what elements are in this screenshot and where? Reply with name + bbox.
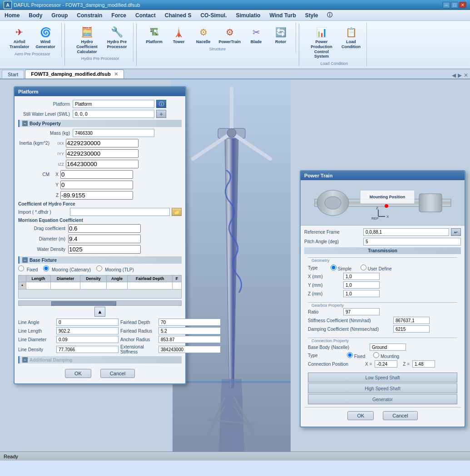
powertrain-button[interactable]: ⚙ PowerTrain — [217, 24, 243, 46]
fixed-radio-label[interactable]: Fixed — [18, 265, 38, 272]
menu-simulation[interactable]: Simulatio — [231, 11, 265, 20]
mooring-catenary-label[interactable]: Mooring (Catenary) — [43, 265, 91, 272]
mooring-scrollbar[interactable] — [18, 300, 182, 306]
fairlead-depth-input[interactable] — [158, 319, 221, 326]
base-fixture-collapse[interactable]: − — [22, 257, 28, 263]
conn-mounting-radio[interactable] — [373, 352, 379, 358]
tab-nav-left[interactable]: ◀ — [452, 72, 456, 79]
mooring-tlp-label[interactable]: Mooring (TLP) — [96, 265, 134, 272]
user-define-radio-label[interactable]: User Define — [361, 265, 392, 271]
cm-z-input[interactable] — [60, 191, 133, 200]
base-body-input[interactable] — [370, 344, 406, 351]
ixx-input[interactable] — [66, 139, 139, 147]
conn-fixed-radio[interactable] — [347, 352, 353, 358]
izz-input[interactable] — [66, 160, 139, 168]
platform-name-input[interactable] — [73, 100, 154, 108]
drag-coeff-input[interactable] — [68, 224, 141, 233]
menu-info[interactable]: ⓘ — [322, 10, 337, 20]
menu-cosimul[interactable]: CO-Simul. — [196, 11, 231, 20]
fixed-radio[interactable] — [18, 265, 24, 271]
low-speed-shaft-button[interactable]: Low Speed Shaft — [308, 373, 457, 383]
menu-body[interactable]: Body — [24, 11, 47, 20]
menu-contact[interactable]: Contact — [131, 11, 160, 20]
platform-info-button[interactable]: ⓘ — [156, 100, 166, 108]
tab-close-all[interactable]: ✕ — [464, 72, 468, 79]
menu-group[interactable]: Group — [47, 11, 72, 20]
water-density-input[interactable] — [68, 245, 141, 254]
additional-damping-collapse[interactable]: − — [22, 357, 28, 363]
platform-cancel-button[interactable]: Cancel — [100, 369, 135, 378]
geo-y-input[interactable] — [343, 281, 380, 289]
line-length-input[interactable] — [56, 327, 119, 334]
line-diameter-input[interactable] — [56, 336, 119, 343]
generator-button[interactable]: Generator — [308, 394, 457, 404]
tab-dfsub[interactable]: FOWT3_damping_modified.dfsub ✕ — [25, 69, 124, 79]
angle-cell[interactable] — [106, 282, 128, 290]
simple-radio-label[interactable]: Simple — [331, 265, 351, 271]
cm-y-input[interactable] — [60, 181, 133, 189]
reference-frame-icon-button[interactable]: ↩ — [451, 228, 461, 236]
geo-z-input[interactable] — [343, 290, 380, 297]
powertrain-cancel-button[interactable]: Cancel — [383, 411, 417, 420]
load-condition-button[interactable]: 📋 LoadCondition — [339, 24, 363, 51]
import-browse-button[interactable]: 📁 — [172, 208, 182, 216]
hydro-pre-button[interactable]: 🔧 Hydro PreProcessor — [105, 24, 129, 51]
menu-force[interactable]: Force — [107, 11, 131, 20]
menu-chained[interactable]: Chained S — [160, 11, 196, 20]
line-density-input[interactable] — [56, 346, 119, 353]
upload-button[interactable]: ▲ — [94, 307, 105, 317]
rotor-button[interactable]: 🔄 Rotor — [269, 24, 292, 46]
cm-x-input[interactable] — [60, 170, 133, 179]
density-cell[interactable] — [80, 282, 106, 290]
swl-add-button[interactable]: + — [156, 110, 166, 118]
hydro-coeff-button[interactable]: 🧮 Hydro CoefficientCalculator — [71, 24, 103, 55]
menu-home[interactable]: Home — [0, 11, 24, 20]
high-speed-shaft-button[interactable]: High Speed Shaft — [308, 383, 457, 393]
import-input[interactable] — [70, 208, 170, 216]
ratio-input[interactable] — [343, 308, 380, 315]
powertrain-ok-button[interactable]: OK — [347, 411, 374, 420]
length-cell[interactable] — [26, 282, 51, 290]
pitch-angle-input[interactable] — [363, 238, 461, 245]
tab-close-icon[interactable]: ✕ — [114, 71, 118, 77]
f-cell[interactable] — [172, 282, 181, 290]
close-button[interactable]: ✕ — [459, 2, 466, 8]
anchor-radius-input[interactable] — [158, 336, 221, 343]
maximize-button[interactable]: □ — [451, 2, 458, 8]
mooring-catenary-radio[interactable] — [43, 265, 49, 271]
mooring-tlp-radio[interactable] — [96, 265, 102, 271]
mass-input[interactable] — [73, 129, 154, 137]
swl-input[interactable] — [73, 110, 154, 118]
fairlead-radius-input[interactable] — [158, 327, 221, 334]
platform-button[interactable]: 🏗 Platform — [143, 24, 166, 46]
airfoil-translator-button[interactable]: ✈ AirfoilTranslator — [7, 24, 32, 51]
diameter-input[interactable] — [68, 235, 141, 243]
ext-stiffness-input[interactable] — [158, 346, 221, 353]
blade-button[interactable]: ✂ Blade — [245, 24, 267, 46]
reference-frame-input[interactable] — [363, 228, 449, 236]
body-property-collapse[interactable]: − — [22, 121, 28, 126]
tower-button[interactable]: 🗼 Tower — [168, 24, 190, 46]
platform-ok-button[interactable]: OK — [65, 369, 91, 378]
iyy-input[interactable] — [66, 149, 139, 158]
simple-radio[interactable] — [331, 265, 336, 270]
conn-z-input[interactable] — [412, 360, 435, 368]
menu-style[interactable]: Style — [301, 11, 323, 20]
power-prod-button[interactable]: 📊 PowerProductionControl System — [306, 24, 337, 60]
menu-constrain[interactable]: Constrain — [72, 11, 107, 20]
conn-fixed-label[interactable]: Fixed — [347, 352, 365, 359]
scroll-thumb[interactable] — [51, 301, 116, 306]
user-define-radio[interactable] — [361, 265, 366, 270]
menu-wind-turb[interactable]: Wind Turb — [265, 11, 300, 20]
stiffness-input[interactable] — [393, 317, 430, 324]
tab-nav-right[interactable]: ▶ — [458, 72, 462, 79]
conn-x-input[interactable] — [375, 360, 397, 368]
fairlead-depth-cell[interactable] — [128, 282, 173, 290]
diameter-cell[interactable] — [50, 282, 80, 290]
wind-generator-button[interactable]: 🌀 WindGenerator — [34, 24, 58, 51]
damping-input[interactable] — [393, 325, 430, 333]
minimize-button[interactable]: ─ — [443, 2, 450, 8]
geo-x-input[interactable] — [343, 273, 380, 280]
tab-start[interactable]: Start — [2, 70, 24, 79]
conn-mounting-label[interactable]: Mounting — [373, 352, 399, 359]
